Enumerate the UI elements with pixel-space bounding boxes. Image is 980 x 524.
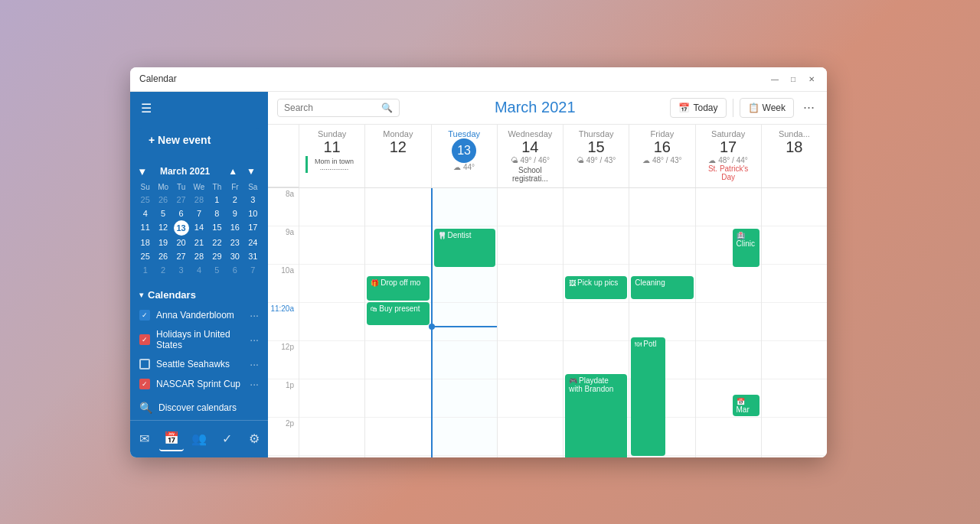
mini-day-6[interactable]: 6 <box>172 207 190 220</box>
mini-day-3next[interactable]: 3 <box>172 263 190 277</box>
event-dropoff[interactable]: 🎁Drop off mo <box>367 276 429 301</box>
mini-day-23[interactable]: 23 <box>226 236 243 249</box>
mini-cal-prev[interactable]: ▲ <box>225 164 240 178</box>
mini-day-19[interactable]: 19 <box>154 236 172 249</box>
mini-day-27prev[interactable]: 27 <box>172 193 190 207</box>
holidays-checkbox[interactable]: ✓ <box>139 334 150 345</box>
seahawks-more[interactable]: ··· <box>250 358 259 370</box>
day-col-friday[interactable]: Cleaning 🍽Potl <box>629 188 694 457</box>
mini-day-27[interactable]: 27 <box>172 249 190 263</box>
mini-day-15[interactable]: 15 <box>208 220 226 236</box>
mini-day-7[interactable]: 7 <box>190 207 207 220</box>
close-button[interactable]: ✕ <box>805 73 818 85</box>
mini-cal-collapse[interactable]: ▾ <box>139 165 145 177</box>
mini-day-28prev[interactable]: 28 <box>190 193 207 207</box>
col-header-sunday: Sunday 11 Mom in town ··············· <box>299 125 364 187</box>
calendar-item-holidays[interactable]: ✓ Holidays in United States ··· <box>130 325 268 354</box>
mini-day-26prev[interactable]: 26 <box>154 193 172 207</box>
mini-day-12[interactable]: 12 <box>154 220 172 236</box>
day-col-thursday[interactable]: 🖼Pick up pics 🎮Playdate with Brandon <box>563 188 629 457</box>
mini-day-29[interactable]: 29 <box>208 249 226 263</box>
mini-day-3[interactable]: 3 <box>244 193 262 207</box>
settings-nav-btn[interactable]: ⚙ <box>242 427 266 451</box>
mini-day-5next[interactable]: 5 <box>208 263 226 277</box>
mini-day-21[interactable]: 21 <box>190 236 207 249</box>
mini-day-1[interactable]: 1 <box>208 193 226 207</box>
mini-day-16[interactable]: 16 <box>226 220 243 236</box>
mini-day-14[interactable]: 14 <box>190 220 207 236</box>
calendar-item-seahawks[interactable]: Seattle Seahawks ··· <box>130 354 268 374</box>
calendar-grid: Sunday 11 Mom in town ··············· Mo… <box>268 125 827 457</box>
mini-day-28[interactable]: 28 <box>190 249 207 263</box>
holidays-more[interactable]: ··· <box>250 334 259 346</box>
mini-day-2next[interactable]: 2 <box>154 263 172 277</box>
new-event-button[interactable]: + New event <box>139 128 259 152</box>
mini-day-9[interactable]: 9 <box>226 207 243 220</box>
discover-calendars-item[interactable]: 🔍 Discover calendars <box>130 397 268 418</box>
mini-day-8[interactable]: 8 <box>208 207 226 220</box>
mini-day-5[interactable]: 5 <box>154 207 172 220</box>
toolbar-right: 📅 Today 📋 Week ··· <box>670 98 818 118</box>
mini-day-22[interactable]: 22 <box>208 236 226 249</box>
col-header-friday: Friday 16 ☁ 48° / 43° <box>629 125 694 187</box>
anna-checkbox[interactable]: ✓ <box>139 310 150 321</box>
minimize-button[interactable]: — <box>769 73 781 85</box>
event-cleaning[interactable]: Cleaning <box>631 276 693 299</box>
day-col-wednesday[interactable] <box>497 188 563 457</box>
mini-day-18[interactable]: 18 <box>136 236 154 249</box>
day-col-saturday[interactable]: 🏥Clinic 📅Mar <box>695 188 761 457</box>
today-button[interactable]: 📅 Today <box>670 98 726 118</box>
playdate-icon: 🎮 <box>569 377 577 385</box>
mini-day-10[interactable]: 10 <box>244 207 262 220</box>
nascar-more[interactable]: ··· <box>250 378 259 390</box>
event-buypresent[interactable]: 🛍Buy present <box>367 302 429 325</box>
seahawks-checkbox[interactable] <box>139 359 150 369</box>
search-icon: 🔍 <box>381 103 393 113</box>
mini-day-4next[interactable]: 4 <box>190 263 207 277</box>
week-button[interactable]: 📋 Week <box>740 98 794 118</box>
event-playdate[interactable]: 🎮Playdate with Brandon <box>565 374 627 457</box>
mini-day-7next[interactable]: 7 <box>244 263 262 277</box>
mini-day-30[interactable]: 30 <box>226 249 243 263</box>
mini-day-1next[interactable]: 1 <box>136 263 154 277</box>
mini-day-4[interactable]: 4 <box>136 207 154 220</box>
calendars-header[interactable]: ▾ Calendars <box>130 285 268 305</box>
mini-day-20[interactable]: 20 <box>172 236 190 249</box>
day-col-sunday2[interactable] <box>761 188 827 457</box>
mail-nav-btn[interactable]: ✉ <box>132 427 156 451</box>
calendar-nav-btn[interactable]: 📅 <box>159 427 184 451</box>
search-input[interactable] <box>284 103 377 113</box>
mini-day-31[interactable]: 31 <box>244 249 262 263</box>
tasks-nav-btn[interactable]: ✓ <box>214 427 239 451</box>
maximize-button[interactable]: □ <box>787 73 799 85</box>
time-3p: 3p <box>268 456 299 457</box>
day-col-tuesday[interactable]: 🦷Dentist <box>431 188 497 457</box>
week-icon: 📋 <box>748 103 760 113</box>
toolbar-more-button[interactable]: ··· <box>800 99 818 116</box>
hamburger-menu[interactable]: ☰ <box>130 92 268 125</box>
event-dentist[interactable]: 🦷Dentist <box>434 229 495 267</box>
event-pickuppics[interactable]: 🖼Pick up pics <box>565 276 627 299</box>
event-clinic[interactable]: 🏥Clinic <box>733 229 760 267</box>
mini-day-6next[interactable]: 6 <box>226 263 243 277</box>
mini-day-2[interactable]: 2 <box>226 193 243 207</box>
calendar-item-nascar[interactable]: ✓ NASCAR Sprint Cup ··· <box>130 374 268 394</box>
mini-day-17[interactable]: 17 <box>244 220 262 236</box>
mini-day-11[interactable]: 11 <box>136 220 154 236</box>
people-nav-btn[interactable]: 👥 <box>187 427 211 451</box>
mini-day-26[interactable]: 26 <box>154 249 172 263</box>
calendar-item-anna[interactable]: ✓ Anna Vanderbloom ··· <box>130 305 268 325</box>
anna-more[interactable]: ··· <box>250 309 259 321</box>
main-content: ☰ + New event ▾ March 2021 ▲ ▼ Su Mo <box>130 92 827 457</box>
event-potl[interactable]: 🍽Potl <box>631 337 665 456</box>
mini-day-24[interactable]: 24 <box>244 236 262 249</box>
day-col-monday[interactable]: 🎁Drop off mo 🛍Buy present <box>364 188 430 457</box>
mini-day-25[interactable]: 25 <box>136 249 154 263</box>
event-mar[interactable]: 📅Mar <box>733 395 760 416</box>
nascar-checkbox[interactable]: ✓ <box>139 379 150 389</box>
mini-cal-next[interactable]: ▼ <box>243 164 259 178</box>
day-header-mo: Mo <box>154 181 172 193</box>
mini-day-13[interactable]: 13 <box>174 220 189 236</box>
mini-day-25prev[interactable]: 25 <box>136 193 154 207</box>
day-col-sunday[interactable] <box>299 188 364 457</box>
